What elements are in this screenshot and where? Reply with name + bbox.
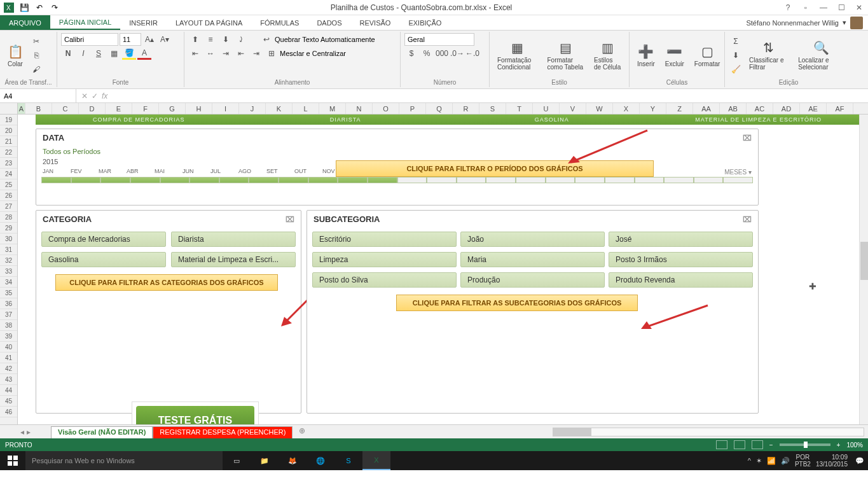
volume-icon[interactable]: 🔊: [781, 457, 790, 465]
slicer-subcategoria[interactable]: SUBCATEGORIA ⌧ EscritórioJoãoJoséLimpeza…: [307, 210, 759, 414]
row-header[interactable]: 22: [0, 147, 17, 158]
percent-icon[interactable]: %: [420, 47, 434, 60]
column-header[interactable]: W: [586, 103, 613, 114]
row-header[interactable]: 43: [0, 374, 17, 385]
row-header[interactable]: 36: [0, 298, 17, 309]
fill-color-icon[interactable]: 🪣: [122, 47, 136, 60]
column-header[interactable]: H: [186, 103, 212, 114]
row-header[interactable]: 42: [0, 363, 17, 374]
fx-icon[interactable]: fx: [102, 92, 107, 101]
tray-expand-icon[interactable]: ^: [748, 457, 751, 464]
firefox-icon[interactable]: 🦊: [279, 451, 307, 470]
column-header[interactable]: AC: [747, 103, 773, 114]
slicer-item[interactable]: Material de Limpeza e Escri...: [171, 252, 296, 267]
ribbon-options-icon[interactable]: ▫: [799, 1, 812, 14]
month-label[interactable]: JAN: [41, 168, 69, 174]
month-label[interactable]: MAR: [97, 168, 125, 174]
row-header[interactable]: 33: [0, 266, 17, 277]
slicer-item[interactable]: Posto do Silva: [312, 272, 457, 288]
notifications-icon[interactable]: 💬: [855, 457, 864, 465]
column-header[interactable]: AA: [693, 103, 720, 114]
tab-layout[interactable]: LAYOUT DA PÁGINA: [167, 15, 251, 30]
vertical-scrollbar[interactable]: [859, 115, 868, 424]
row-header[interactable]: 24: [0, 169, 17, 179]
currency-icon[interactable]: $: [404, 47, 418, 60]
excel-taskbar-icon[interactable]: X: [362, 451, 390, 470]
column-header[interactable]: J: [239, 103, 266, 114]
horizontal-scrollbar[interactable]: [553, 428, 864, 436]
font-name-select[interactable]: Calibri: [61, 33, 118, 46]
timeline-bar[interactable]: [41, 177, 753, 183]
column-header[interactable]: E: [106, 103, 132, 114]
decrease-decimal-icon[interactable]: ←.0: [465, 47, 479, 60]
scrollbar-thumb[interactable]: [553, 428, 591, 436]
decrease-font-icon[interactable]: A▾: [158, 33, 172, 46]
task-view-icon[interactable]: ▭: [223, 451, 251, 470]
tab-view[interactable]: EXIBIÇÃO: [399, 15, 450, 30]
column-header[interactable]: M: [319, 103, 346, 114]
column-header[interactable]: F: [132, 103, 159, 114]
start-button[interactable]: [0, 456, 25, 466]
clear-filter-icon[interactable]: ⌧: [286, 215, 294, 224]
row-header[interactable]: 34: [0, 277, 17, 288]
merge-center-button[interactable]: Mesclar e Centralizar: [280, 50, 346, 57]
find-select-button[interactable]: 🔍Localizar e Selecionar: [794, 38, 848, 73]
row-header[interactable]: 30: [0, 234, 17, 244]
tab-file[interactable]: ARQUIVO: [0, 15, 50, 30]
column-header[interactable]: K: [266, 103, 293, 114]
save-icon[interactable]: 💾: [18, 1, 31, 14]
page-break-view-icon[interactable]: [752, 440, 763, 449]
network-icon[interactable]: 📶: [767, 457, 776, 465]
align-top-icon[interactable]: ⬆: [188, 33, 202, 46]
column-header[interactable]: D: [79, 103, 106, 114]
clear-icon[interactable]: 🧹: [729, 63, 743, 76]
format-as-table-button[interactable]: ▤Formatar como Tabela: [543, 38, 588, 73]
copy-icon[interactable]: ⎘: [29, 49, 43, 62]
page-layout-view-icon[interactable]: [734, 440, 745, 449]
month-label[interactable]: ABR: [125, 168, 153, 174]
increase-font-icon[interactable]: A▴: [142, 33, 156, 46]
tab-data[interactable]: DADOS: [308, 15, 350, 30]
tab-home[interactable]: PÁGINA INICIAL: [50, 15, 121, 30]
sort-filter-button[interactable]: ⇅Classificar e Filtrar: [745, 38, 792, 73]
row-header[interactable]: 39: [0, 331, 17, 342]
row-header[interactable]: 45: [0, 396, 17, 407]
slicer-item[interactable]: Maria: [460, 252, 605, 267]
promo-banner[interactable]: TESTE GRÁTIS SQuantoSobra Acesse agora e…: [132, 401, 259, 424]
teste-gratis-button[interactable]: TESTE GRÁTIS: [136, 406, 254, 424]
underline-button[interactable]: S: [92, 47, 106, 60]
column-header[interactable]: AB: [720, 103, 747, 114]
column-header[interactable]: B: [25, 103, 52, 114]
zoom-slider[interactable]: [780, 443, 830, 446]
tab-formulas[interactable]: FÓRMULAS: [251, 15, 308, 30]
column-header[interactable]: G: [159, 103, 186, 114]
align-center-icon[interactable]: ↔: [203, 47, 217, 60]
close-icon[interactable]: ✕: [853, 1, 865, 14]
select-all-corner[interactable]: [0, 103, 18, 114]
row-header[interactable]: 35: [0, 288, 17, 298]
column-header[interactable]: Y: [640, 103, 666, 114]
font-color-icon[interactable]: A: [137, 47, 151, 60]
clear-filter-icon[interactable]: ⌧: [743, 134, 752, 143]
undo-icon[interactable]: ↶: [33, 1, 46, 14]
formula-bar[interactable]: [113, 89, 868, 102]
row-header[interactable]: 19: [0, 115, 17, 125]
user-dropdown-icon[interactable]: ▾: [843, 18, 846, 27]
row-header[interactable]: 23: [0, 158, 17, 169]
autosum-icon[interactable]: Σ: [729, 35, 743, 48]
chrome-icon[interactable]: 🌐: [307, 451, 334, 470]
name-box[interactable]: A4: [0, 89, 76, 102]
cut-icon[interactable]: ✂: [29, 35, 43, 48]
sheet-tab-registrar[interactable]: REGISTRAR DESPESA (PREENCHER): [153, 426, 293, 438]
slicer-item[interactable]: Posto 3 Irmãos: [609, 252, 753, 267]
accept-fx-icon[interactable]: ✓: [92, 92, 98, 101]
slicer-item[interactable]: João: [460, 232, 605, 247]
column-header[interactable]: AF: [827, 103, 853, 114]
insert-cells-button[interactable]: ➕Inserir: [633, 41, 659, 70]
month-label[interactable]: OUT: [293, 168, 321, 174]
spreadsheet-grid[interactable]: COMPRA DE MERCADORIAS DIARISTA GASOLINA …: [18, 115, 868, 424]
conditional-formatting-button[interactable]: ▦Formatação Condicional: [493, 38, 541, 73]
avatar[interactable]: [850, 17, 863, 29]
excel-icon[interactable]: X: [3, 1, 15, 14]
slicer-categoria[interactable]: CATEGORIA ⌧ Compra de MercadoriasDiarist…: [36, 210, 301, 414]
